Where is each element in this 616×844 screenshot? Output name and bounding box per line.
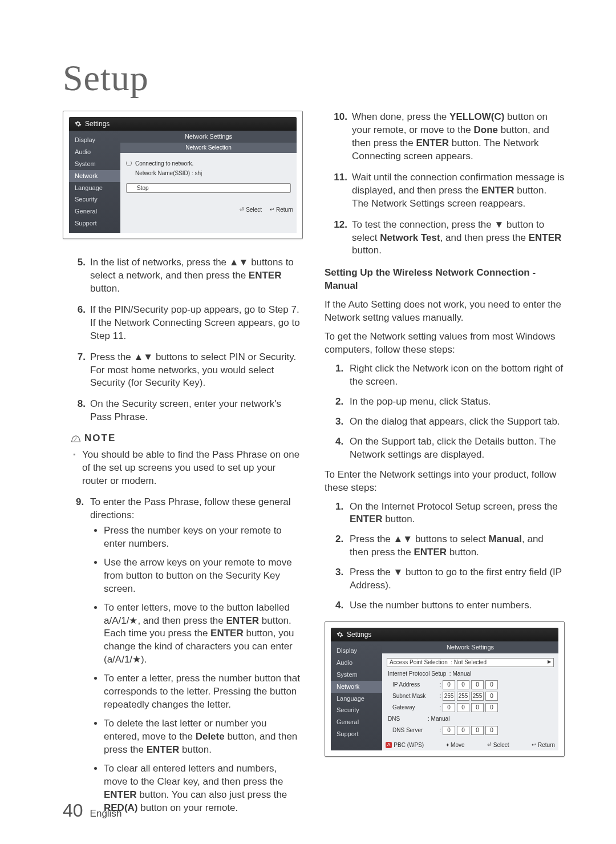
win-step-1: Right click the Network icon on the bott… xyxy=(346,362,565,389)
panel-subtitle: Network Selection xyxy=(120,143,297,153)
sidebar-item-system[interactable]: System xyxy=(69,158,120,170)
sidebar-item-display[interactable]: Display xyxy=(69,134,120,146)
sidebar-item-audio[interactable]: Audio xyxy=(69,146,120,158)
page-title: Setup xyxy=(63,57,565,99)
step-5: In the list of networks, press the ▲▼ bu… xyxy=(87,256,303,296)
manual-step-4: Use the number buttons to enter numbers. xyxy=(346,599,565,612)
para-windows-steps: To get the Network setting values from m… xyxy=(325,330,565,357)
ips-label: Internet Protocol Setup xyxy=(388,670,446,678)
win-step-4: On the Support tab, click the Details bu… xyxy=(346,435,565,462)
note-heading: NOTE xyxy=(71,432,303,445)
footer-select: ⏎Select xyxy=(487,741,509,749)
bullet-numbers: Press the number keys on your remote to … xyxy=(104,524,303,551)
step-9: To enter the Pass Phrase, follow these g… xyxy=(87,496,303,815)
page-language: English xyxy=(90,808,122,819)
sidebar-item-general[interactable]: General xyxy=(331,716,382,728)
sidebar-item-security[interactable]: Security xyxy=(331,704,382,716)
manual-step-2: Press the ▲▼ buttons to select Manual, a… xyxy=(346,533,565,559)
settings-topbar-label: Settings xyxy=(347,630,371,639)
connecting-text: Connecting to network. xyxy=(135,160,193,168)
sidebar-item-network[interactable]: Network xyxy=(69,170,120,182)
sidebar-item-support[interactable]: Support xyxy=(331,728,382,740)
ip-address-field[interactable]: 0000 xyxy=(443,680,498,689)
settings-topbar-label: Settings xyxy=(85,119,110,128)
bullet-letters-mode: To enter letters, move to the button lab… xyxy=(104,601,303,667)
subnet-label: Subnet Mask xyxy=(387,692,438,700)
screenshot-network-selection: Settings Display Audio System Network La… xyxy=(63,111,303,239)
manual-step-3: Press the ▼ button to go to the first en… xyxy=(346,566,565,592)
dns-server-label: DNS Server xyxy=(387,726,438,734)
settings-sidebar: Display Audio System Network Language Se… xyxy=(69,131,120,233)
return-icon: ↩ xyxy=(532,741,536,748)
step-12: To test the connection, press the ▼ butt… xyxy=(348,219,565,258)
bullet-arrows: Use the arrow keys on your remote to mov… xyxy=(104,556,303,596)
win-step-3: On the dialog that appears, click the Su… xyxy=(346,415,565,429)
para-auto-fail: If the Auto Setting does not work, you n… xyxy=(325,298,565,325)
step-6: If the PIN/Security pop-up appears, go t… xyxy=(87,304,303,343)
panel-title: Network Settings xyxy=(120,131,297,143)
return-icon: ↩ xyxy=(270,206,274,213)
para-enter-settings: To Enter the Network settings into your … xyxy=(325,469,565,495)
step-8: On the Security screen, enter your netwo… xyxy=(87,398,303,424)
gateway-field[interactable]: 0000 xyxy=(443,703,498,712)
sidebar-item-audio[interactable]: Audio xyxy=(331,657,382,669)
footer-move: ♦Move xyxy=(446,741,464,749)
sidebar-item-display[interactable]: Display xyxy=(331,645,382,657)
footer-select: ⏎Select xyxy=(240,206,262,214)
panel-title: Network Settings xyxy=(382,641,558,653)
right-column: When done, press the YELLOW(C) button on… xyxy=(325,111,565,823)
manual-step-1: On the Internet Protocol Setup screen, p… xyxy=(346,500,565,527)
note-text: You should be able to find the Pass Phra… xyxy=(63,449,303,488)
sidebar-item-security[interactable]: Security xyxy=(69,193,120,205)
sidebar-item-network[interactable]: Network xyxy=(331,681,382,693)
bullet-delete: To delete the last letter or number you … xyxy=(104,717,303,757)
sidebar-item-system[interactable]: System xyxy=(331,669,382,681)
page-number: 40 xyxy=(63,800,83,821)
step-10: When done, press the YELLOW(C) button on… xyxy=(348,111,565,163)
updown-icon: ♦ xyxy=(446,741,449,748)
subheading-manual: Setting Up the Wireless Network Connecti… xyxy=(325,266,565,293)
subnet-mask-field[interactable]: 2552552550 xyxy=(443,692,498,701)
screenshot-manual-ip: Settings Display Audio System Network La… xyxy=(325,621,565,757)
dns-value: Manual xyxy=(431,716,450,722)
enter-icon: ⏎ xyxy=(487,741,492,748)
settings-sidebar: Display Audio System Network Language Se… xyxy=(331,641,382,750)
footer-return: ↩Return xyxy=(270,206,293,214)
ips-value: Manual xyxy=(452,671,471,677)
step-7: Press the ▲▼ buttons to select PIN or Se… xyxy=(87,351,303,390)
note-icon xyxy=(71,435,81,443)
ssid-text: Network Name(SSID) : shj xyxy=(135,169,202,177)
dns-server-field[interactable]: 0000 xyxy=(443,726,498,735)
enter-icon: ⏎ xyxy=(240,206,244,213)
sidebar-item-language[interactable]: Language xyxy=(331,693,382,705)
red-a-icon: A xyxy=(386,742,392,748)
bullet-clear: To clear all entered letters and numbers… xyxy=(104,762,303,815)
sidebar-item-general[interactable]: General xyxy=(69,205,120,217)
win-step-2: In the pop-up menu, click Status. xyxy=(346,395,565,409)
loading-spinner-icon xyxy=(126,160,132,166)
sidebar-item-support[interactable]: Support xyxy=(69,217,120,229)
sidebar-item-language[interactable]: Language xyxy=(69,182,120,194)
gear-icon xyxy=(75,120,82,127)
left-column: Settings Display Audio System Network La… xyxy=(63,111,303,823)
bullet-enter-letter: To enter a letter, press the number butt… xyxy=(104,672,303,712)
chevron-right-icon: ▶ xyxy=(548,659,551,665)
footer-pbc: A PBC (WPS) xyxy=(386,741,424,749)
stop-button[interactable]: Stop xyxy=(126,183,291,193)
access-point-select[interactable]: Access Point Selection : Not Selected ▶ xyxy=(387,658,554,667)
gateway-label: Gateway xyxy=(387,704,438,712)
ip-label: IP Address xyxy=(387,681,438,689)
footer-return: ↩Return xyxy=(532,741,555,749)
step-11: Wait until the connection confirmation m… xyxy=(348,171,565,211)
gear-icon xyxy=(337,631,343,638)
dns-label: DNS xyxy=(388,715,428,723)
